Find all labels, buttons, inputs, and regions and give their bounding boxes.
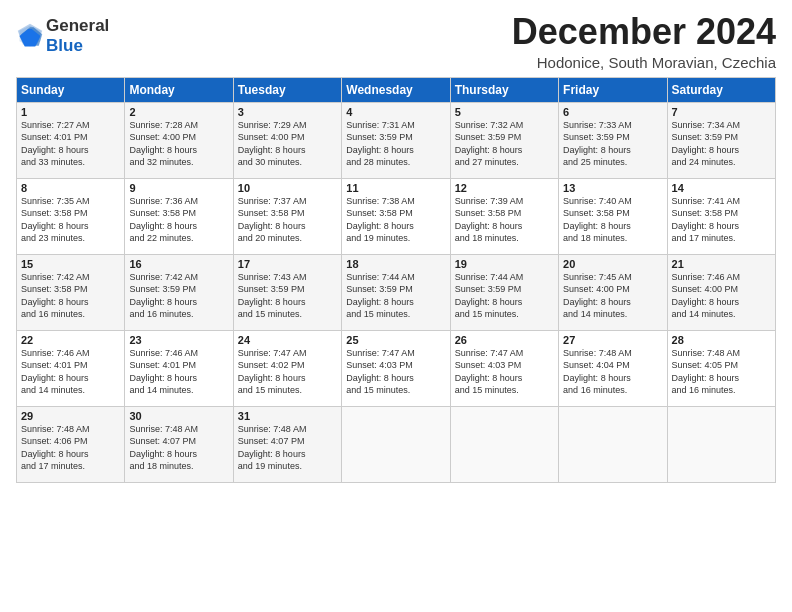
calendar-cell: 27Sunrise: 7:48 AMSunset: 4:04 PMDayligh… xyxy=(559,330,667,406)
day-info: Sunrise: 7:48 AMSunset: 4:05 PMDaylight:… xyxy=(672,347,771,397)
day-number: 2 xyxy=(129,106,228,118)
weekday-header-row: Sunday Monday Tuesday Wednesday Thursday… xyxy=(17,77,776,102)
logo-text: General Blue xyxy=(46,16,109,56)
day-info: Sunrise: 7:37 AMSunset: 3:58 PMDaylight:… xyxy=(238,195,337,245)
day-info: Sunrise: 7:42 AMSunset: 3:58 PMDaylight:… xyxy=(21,271,120,321)
logo-general: General xyxy=(46,16,109,36)
day-number: 26 xyxy=(455,334,554,346)
calendar-cell: 6Sunrise: 7:33 AMSunset: 3:59 PMDaylight… xyxy=(559,102,667,178)
day-info: Sunrise: 7:48 AMSunset: 4:07 PMDaylight:… xyxy=(129,423,228,473)
calendar-row: 29Sunrise: 7:48 AMSunset: 4:06 PMDayligh… xyxy=(17,406,776,482)
calendar-cell: 14Sunrise: 7:41 AMSunset: 3:58 PMDayligh… xyxy=(667,178,775,254)
day-info: Sunrise: 7:32 AMSunset: 3:59 PMDaylight:… xyxy=(455,119,554,169)
calendar-table: Sunday Monday Tuesday Wednesday Thursday… xyxy=(16,77,776,483)
day-info: Sunrise: 7:44 AMSunset: 3:59 PMDaylight:… xyxy=(346,271,445,321)
day-info: Sunrise: 7:48 AMSunset: 4:06 PMDaylight:… xyxy=(21,423,120,473)
header: General Blue December 2024 Hodonice, Sou… xyxy=(16,12,776,71)
header-friday: Friday xyxy=(559,77,667,102)
day-info: Sunrise: 7:29 AMSunset: 4:00 PMDaylight:… xyxy=(238,119,337,169)
day-number: 13 xyxy=(563,182,662,194)
day-info: Sunrise: 7:47 AMSunset: 4:03 PMDaylight:… xyxy=(346,347,445,397)
calendar-cell: 4Sunrise: 7:31 AMSunset: 3:59 PMDaylight… xyxy=(342,102,450,178)
day-number: 30 xyxy=(129,410,228,422)
day-number: 16 xyxy=(129,258,228,270)
day-info: Sunrise: 7:39 AMSunset: 3:58 PMDaylight:… xyxy=(455,195,554,245)
logo-blue: Blue xyxy=(46,36,83,55)
day-info: Sunrise: 7:46 AMSunset: 4:01 PMDaylight:… xyxy=(21,347,120,397)
calendar-cell: 15Sunrise: 7:42 AMSunset: 3:58 PMDayligh… xyxy=(17,254,125,330)
calendar-cell xyxy=(450,406,558,482)
header-sunday: Sunday xyxy=(17,77,125,102)
calendar-cell: 28Sunrise: 7:48 AMSunset: 4:05 PMDayligh… xyxy=(667,330,775,406)
day-info: Sunrise: 7:47 AMSunset: 4:03 PMDaylight:… xyxy=(455,347,554,397)
day-number: 20 xyxy=(563,258,662,270)
day-number: 10 xyxy=(238,182,337,194)
day-info: Sunrise: 7:41 AMSunset: 3:58 PMDaylight:… xyxy=(672,195,771,245)
calendar-cell: 10Sunrise: 7:37 AMSunset: 3:58 PMDayligh… xyxy=(233,178,341,254)
calendar-row: 8Sunrise: 7:35 AMSunset: 3:58 PMDaylight… xyxy=(17,178,776,254)
day-number: 5 xyxy=(455,106,554,118)
calendar-cell: 18Sunrise: 7:44 AMSunset: 3:59 PMDayligh… xyxy=(342,254,450,330)
day-info: Sunrise: 7:40 AMSunset: 3:58 PMDaylight:… xyxy=(563,195,662,245)
calendar-cell: 26Sunrise: 7:47 AMSunset: 4:03 PMDayligh… xyxy=(450,330,558,406)
calendar-row: 22Sunrise: 7:46 AMSunset: 4:01 PMDayligh… xyxy=(17,330,776,406)
day-number: 14 xyxy=(672,182,771,194)
calendar-cell: 22Sunrise: 7:46 AMSunset: 4:01 PMDayligh… xyxy=(17,330,125,406)
calendar-container: General Blue December 2024 Hodonice, Sou… xyxy=(0,0,792,491)
calendar-row: 15Sunrise: 7:42 AMSunset: 3:58 PMDayligh… xyxy=(17,254,776,330)
calendar-cell: 23Sunrise: 7:46 AMSunset: 4:01 PMDayligh… xyxy=(125,330,233,406)
day-number: 17 xyxy=(238,258,337,270)
day-number: 15 xyxy=(21,258,120,270)
day-info: Sunrise: 7:28 AMSunset: 4:00 PMDaylight:… xyxy=(129,119,228,169)
day-info: Sunrise: 7:27 AMSunset: 4:01 PMDaylight:… xyxy=(21,119,120,169)
calendar-cell: 3Sunrise: 7:29 AMSunset: 4:00 PMDaylight… xyxy=(233,102,341,178)
day-number: 27 xyxy=(563,334,662,346)
calendar-cell: 16Sunrise: 7:42 AMSunset: 3:59 PMDayligh… xyxy=(125,254,233,330)
logo: General Blue xyxy=(16,16,109,56)
header-tuesday: Tuesday xyxy=(233,77,341,102)
location: Hodonice, South Moravian, Czechia xyxy=(512,54,776,71)
day-number: 1 xyxy=(21,106,120,118)
day-number: 12 xyxy=(455,182,554,194)
day-number: 28 xyxy=(672,334,771,346)
header-saturday: Saturday xyxy=(667,77,775,102)
day-number: 3 xyxy=(238,106,337,118)
calendar-cell: 24Sunrise: 7:47 AMSunset: 4:02 PMDayligh… xyxy=(233,330,341,406)
calendar-row: 1Sunrise: 7:27 AMSunset: 4:01 PMDaylight… xyxy=(17,102,776,178)
day-number: 18 xyxy=(346,258,445,270)
calendar-cell: 20Sunrise: 7:45 AMSunset: 4:00 PMDayligh… xyxy=(559,254,667,330)
calendar-cell xyxy=(559,406,667,482)
day-number: 7 xyxy=(672,106,771,118)
day-info: Sunrise: 7:34 AMSunset: 3:59 PMDaylight:… xyxy=(672,119,771,169)
day-number: 29 xyxy=(21,410,120,422)
calendar-cell: 7Sunrise: 7:34 AMSunset: 3:59 PMDaylight… xyxy=(667,102,775,178)
day-number: 31 xyxy=(238,410,337,422)
calendar-cell: 29Sunrise: 7:48 AMSunset: 4:06 PMDayligh… xyxy=(17,406,125,482)
day-number: 11 xyxy=(346,182,445,194)
header-wednesday: Wednesday xyxy=(342,77,450,102)
calendar-cell: 8Sunrise: 7:35 AMSunset: 3:58 PMDaylight… xyxy=(17,178,125,254)
day-number: 6 xyxy=(563,106,662,118)
day-info: Sunrise: 7:33 AMSunset: 3:59 PMDaylight:… xyxy=(563,119,662,169)
month-title: December 2024 xyxy=(512,12,776,52)
title-block: December 2024 Hodonice, South Moravian, … xyxy=(512,12,776,71)
day-number: 9 xyxy=(129,182,228,194)
header-monday: Monday xyxy=(125,77,233,102)
day-info: Sunrise: 7:38 AMSunset: 3:58 PMDaylight:… xyxy=(346,195,445,245)
calendar-cell: 9Sunrise: 7:36 AMSunset: 3:58 PMDaylight… xyxy=(125,178,233,254)
day-number: 21 xyxy=(672,258,771,270)
day-info: Sunrise: 7:48 AMSunset: 4:07 PMDaylight:… xyxy=(238,423,337,473)
day-info: Sunrise: 7:45 AMSunset: 4:00 PMDaylight:… xyxy=(563,271,662,321)
calendar-cell: 1Sunrise: 7:27 AMSunset: 4:01 PMDaylight… xyxy=(17,102,125,178)
day-number: 4 xyxy=(346,106,445,118)
calendar-cell xyxy=(342,406,450,482)
day-info: Sunrise: 7:43 AMSunset: 3:59 PMDaylight:… xyxy=(238,271,337,321)
calendar-cell: 25Sunrise: 7:47 AMSunset: 4:03 PMDayligh… xyxy=(342,330,450,406)
calendar-cell: 21Sunrise: 7:46 AMSunset: 4:00 PMDayligh… xyxy=(667,254,775,330)
day-number: 8 xyxy=(21,182,120,194)
day-info: Sunrise: 7:46 AMSunset: 4:01 PMDaylight:… xyxy=(129,347,228,397)
calendar-cell: 2Sunrise: 7:28 AMSunset: 4:00 PMDaylight… xyxy=(125,102,233,178)
day-info: Sunrise: 7:48 AMSunset: 4:04 PMDaylight:… xyxy=(563,347,662,397)
day-info: Sunrise: 7:35 AMSunset: 3:58 PMDaylight:… xyxy=(21,195,120,245)
day-info: Sunrise: 7:36 AMSunset: 3:58 PMDaylight:… xyxy=(129,195,228,245)
